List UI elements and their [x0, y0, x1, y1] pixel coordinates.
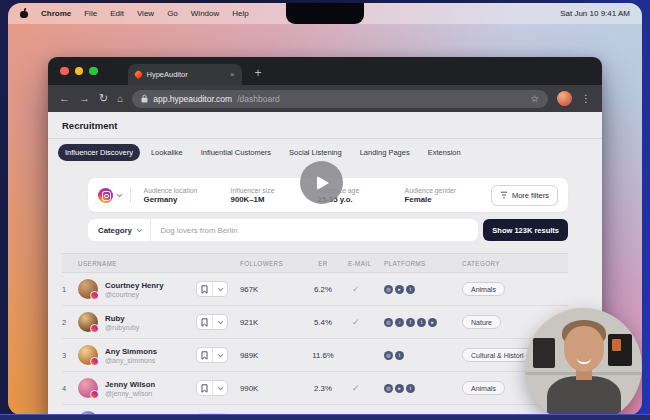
- tab-social-listening[interactable]: Social Listening: [282, 144, 349, 161]
- user-cell[interactable]: Any Simmons @any_simmons: [78, 345, 196, 365]
- twitter-icon: t: [417, 318, 426, 327]
- tab-influencer-discovery[interactable]: Influencer Discovery: [58, 144, 140, 161]
- instagram-icon: ◎: [384, 285, 393, 294]
- webcam-background: [533, 338, 555, 368]
- engagement-rate: 2.3%: [298, 384, 348, 393]
- url-path: /dashboard: [237, 94, 280, 104]
- bookmark-options-icon[interactable]: [213, 381, 228, 395]
- bookmark-split-button[interactable]: [196, 281, 228, 297]
- category-badge: Cultural & Histori: [462, 348, 533, 362]
- table-row[interactable]: 3 Any Simmons @any_simmons 989K 11.6% ◎t…: [62, 339, 568, 372]
- menu-item-window[interactable]: Window: [191, 9, 219, 18]
- influencer-table: USERNAME FOLLOWERS ER E-MAIL PLATFORMS C…: [62, 253, 568, 415]
- youtube-icon: ▸: [395, 285, 404, 294]
- filter-funnel-icon: [500, 191, 508, 199]
- tab-influential-customers[interactable]: Influential Customers: [194, 144, 278, 161]
- followers-count: 921K: [240, 318, 298, 327]
- bookmark-icon[interactable]: [197, 381, 213, 395]
- menu-item-help[interactable]: Help: [232, 9, 248, 18]
- tab-title: HypeAuditor: [147, 70, 188, 79]
- search-input[interactable]: [151, 226, 478, 235]
- back-button[interactable]: ←: [59, 93, 70, 104]
- presenter-webcam-bubble: [525, 308, 642, 415]
- browser-profile-avatar[interactable]: [557, 91, 572, 106]
- bookmark-split-button[interactable]: [196, 380, 228, 396]
- menu-item-go[interactable]: Go: [167, 9, 178, 18]
- row-rank: 1: [62, 285, 78, 294]
- bookmark-options-icon[interactable]: [213, 348, 228, 362]
- user-cell[interactable]: Jenny Wilson @jenny_wilson: [78, 378, 196, 398]
- menu-item-file[interactable]: File: [84, 9, 97, 18]
- filter-audience-gender[interactable]: Audience gender Female: [405, 187, 479, 204]
- table-row[interactable]: 2 Ruby @rubyruby 921K 5.4% ✓ ◎♪ft▸ Natur…: [62, 306, 568, 339]
- email-check-icon: ✓: [348, 284, 384, 294]
- divider: [48, 138, 602, 139]
- instagram-icon: ◎: [384, 318, 393, 327]
- followers-count: 967K: [240, 285, 298, 294]
- category-dropdown[interactable]: Category: [88, 219, 151, 241]
- close-window-button[interactable]: [60, 67, 69, 76]
- bottom-bezel-bar: [0, 414, 650, 420]
- filter-label: Audience location: [144, 187, 218, 194]
- instagram-icon: ◎: [384, 384, 393, 393]
- platform-icons: ◎▸t: [384, 285, 462, 294]
- tab-lookalike[interactable]: Lookalike: [144, 144, 190, 161]
- address-bar[interactable]: app.hypeauditor.com/dashboard ☆: [132, 90, 548, 108]
- forward-button[interactable]: →: [79, 93, 90, 104]
- menu-item-view[interactable]: View: [137, 9, 154, 18]
- bookmark-options-icon[interactable]: [213, 315, 228, 329]
- bookmark-options-icon[interactable]: [213, 282, 228, 296]
- video-play-button[interactable]: [300, 161, 343, 204]
- reload-button[interactable]: ↻: [99, 93, 108, 104]
- browser-tab-hypeauditor[interactable]: HypeAuditor ×: [128, 64, 242, 85]
- email-check-icon: ✓: [348, 317, 384, 327]
- avatar: [78, 279, 98, 299]
- header-followers: FOLLOWERS: [240, 260, 298, 267]
- close-tab-icon[interactable]: ×: [230, 70, 235, 79]
- table-row[interactable]: 4 Jenny Wilson @jenny_wilson 990K 2.3% ✓…: [62, 372, 568, 405]
- search-bar: Category: [88, 219, 478, 241]
- twitter-icon: t: [406, 285, 415, 294]
- new-tab-button[interactable]: +: [255, 66, 262, 80]
- table-row[interactable]: 1 Courtney Henry @courtney 967K 6.2% ✓ ◎…: [62, 273, 568, 306]
- row-rank: 2: [62, 318, 78, 327]
- home-button[interactable]: ⌂: [117, 94, 123, 104]
- menu-item-chrome[interactable]: Chrome: [41, 9, 71, 18]
- header-er: ER: [298, 260, 348, 267]
- hypeauditor-flame-icon: [133, 70, 143, 80]
- tab-landing-pages[interactable]: Landing Pages: [353, 144, 417, 161]
- page-title: Recruitment: [62, 120, 602, 131]
- filter-value: 900K–1M: [231, 195, 305, 204]
- youtube-icon: ▸: [395, 384, 404, 393]
- browser-menu-icon[interactable]: ⋮: [581, 93, 591, 104]
- minimize-window-button[interactable]: [75, 67, 84, 76]
- network-selector[interactable]: [98, 188, 131, 203]
- influencer-handle: @jenny_wilson: [105, 390, 155, 397]
- tab-extension[interactable]: Extension: [421, 144, 468, 161]
- bookmark-icon[interactable]: [197, 348, 213, 362]
- filter-audience-location[interactable]: Audience location Germany: [144, 187, 218, 204]
- row-rank: 3: [62, 351, 78, 360]
- bookmark-split-button[interactable]: [196, 347, 228, 363]
- menu-item-edit[interactable]: Edit: [110, 9, 124, 18]
- show-results-button[interactable]: Show 123K results: [483, 219, 568, 241]
- filter-label: Audience gender: [405, 187, 479, 194]
- section-tabs: Influencer Discovery Lookalike Influenti…: [58, 144, 602, 161]
- user-cell[interactable]: Ruby @rubyruby: [78, 312, 196, 332]
- user-cell[interactable]: Courtney Henry @courtney: [78, 279, 196, 299]
- email-check-icon: ✓: [348, 383, 384, 393]
- influencer-handle: @any_simmons: [105, 357, 157, 364]
- filter-influencer-size[interactable]: Influencer size 900K–1M: [231, 187, 305, 204]
- zoom-window-button[interactable]: [89, 67, 98, 76]
- apple-icon[interactable]: [20, 9, 28, 18]
- presenter-face: [564, 326, 604, 372]
- bookmark-star-icon[interactable]: ☆: [530, 93, 539, 104]
- influencer-handle: @courtney: [105, 291, 164, 298]
- bookmark-icon[interactable]: [197, 282, 213, 296]
- webcam-background: [608, 334, 632, 366]
- bookmark-icon[interactable]: [197, 315, 213, 329]
- hypeauditor-page: Recruitment Influencer Discovery Lookali…: [48, 112, 602, 415]
- more-filters-button[interactable]: More filters: [491, 185, 558, 206]
- bookmark-split-button[interactable]: [196, 314, 228, 330]
- engagement-rate: 6.2%: [298, 285, 348, 294]
